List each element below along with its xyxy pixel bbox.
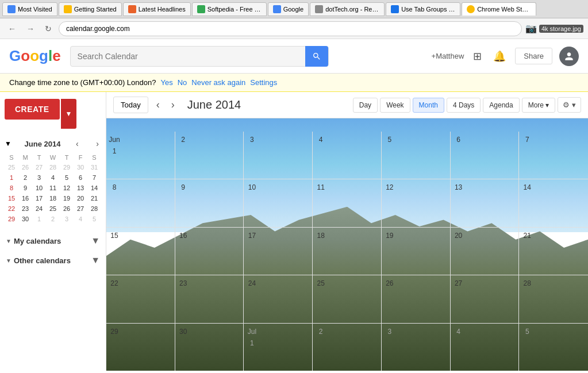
mini-cal-day[interactable]: 16 <box>18 193 32 203</box>
other-calendars-header[interactable]: ▼ Other calendars ▼ <box>5 253 101 268</box>
mini-cal-day[interactable]: 7 <box>87 172 101 183</box>
mini-cal-day[interactable]: 5 <box>60 172 74 183</box>
mini-cal-day[interactable]: 4 <box>74 214 87 224</box>
mini-cal-day[interactable]: 23 <box>18 203 32 214</box>
month-cell[interactable]: 25 <box>313 275 382 322</box>
view-more-button[interactable]: More ▾ <box>522 98 556 113</box>
month-cell[interactable]: 13 <box>451 179 520 226</box>
tab-chrome-web-store[interactable]: Chrome Web Store - P... <box>462 2 536 16</box>
month-cell[interactable]: 28 <box>519 275 588 322</box>
my-calendars-add-button[interactable]: ▼ <box>91 236 100 246</box>
month-cell[interactable]: 6 <box>451 132 520 179</box>
mini-cal-day[interactable]: 5 <box>87 214 101 224</box>
tab-dottech[interactable]: dotTech.org - Reviews... <box>310 2 385 16</box>
share-button[interactable]: Share <box>515 48 552 64</box>
month-cell[interactable]: 18 <box>313 228 382 275</box>
month-cell[interactable]: 2 <box>313 324 382 371</box>
month-cell[interactable]: 20 <box>451 228 520 275</box>
calendar-prev-button[interactable]: ‹ <box>153 97 163 113</box>
forward-button[interactable]: → <box>23 22 38 36</box>
my-calendars-header[interactable]: ▼ My calendars ▼ <box>5 233 101 248</box>
view-4days-button[interactable]: 4 Days <box>447 98 481 113</box>
calendar-next-button[interactable]: › <box>168 97 178 113</box>
view-week-button[interactable]: Week <box>380 98 410 113</box>
mini-cal-day[interactable]: 11 <box>46 183 60 193</box>
mini-cal-next[interactable]: › <box>94 138 101 149</box>
month-cell[interactable]: 7 <box>519 132 588 179</box>
tz-no-link[interactable]: No <box>178 78 187 87</box>
month-cell[interactable]: 4 <box>313 132 382 179</box>
search-bar[interactable] <box>70 46 329 67</box>
mini-cal-day[interactable]: 22 <box>5 203 18 214</box>
mini-cal-day[interactable]: 9 <box>18 183 32 193</box>
tab-getting-started[interactable]: Getting Started <box>59 2 122 16</box>
mini-cal-prev[interactable]: ‹ <box>74 138 81 149</box>
search-input[interactable] <box>71 52 305 61</box>
mini-cal-day[interactable]: 10 <box>32 183 46 193</box>
mini-cal-title[interactable]: June 2014 <box>25 140 61 148</box>
month-cell[interactable]: 29 <box>106 324 175 371</box>
search-button[interactable] <box>305 46 328 67</box>
create-button[interactable]: CREATE <box>5 99 60 120</box>
mini-cal-day[interactable]: 28 <box>87 203 101 214</box>
month-cell[interactable]: 9 <box>175 179 244 226</box>
tz-yes-link[interactable]: Yes <box>160 78 172 87</box>
mini-cal-day[interactable]: 21 <box>87 193 101 203</box>
mini-cal-day[interactable]: 6 <box>74 172 87 183</box>
month-cell[interactable]: 23 <box>175 275 244 322</box>
tab-latest-headlines[interactable]: Latest Headlines <box>123 2 191 16</box>
mini-cal-day[interactable]: 25 <box>46 203 60 214</box>
username-label[interactable]: +Matthew <box>432 52 464 60</box>
tz-never-link[interactable]: Never ask again <box>191 78 245 87</box>
month-cell[interactable]: 5 <box>519 324 588 371</box>
mini-cal-day[interactable]: 1 <box>32 214 46 224</box>
back-button[interactable]: ← <box>5 22 20 36</box>
mini-cal-day[interactable]: 28 <box>46 162 60 172</box>
notifications-button[interactable]: 🔔 <box>491 48 508 65</box>
refresh-button[interactable]: ↻ <box>41 22 55 36</box>
mini-cal-day[interactable]: 1 <box>5 172 18 183</box>
mini-cal-day[interactable]: 17 <box>32 193 46 203</box>
tab-most-visited[interactable]: Most Visited <box>2 2 57 16</box>
mini-cal-day[interactable]: 25 <box>5 162 18 172</box>
tab-tab-groups[interactable]: Use Tab Groups to org... <box>386 2 460 16</box>
month-cell[interactable]: Jun 1 <box>106 132 175 179</box>
create-dropdown-button[interactable]: ▼ <box>61 99 77 129</box>
mini-cal-day[interactable]: 3 <box>60 214 74 224</box>
month-cell[interactable]: 14 <box>519 179 588 226</box>
month-cell[interactable]: 26 <box>382 275 451 322</box>
mini-cal-day[interactable]: 26 <box>60 203 74 214</box>
other-calendars-add-button[interactable]: ▼ <box>91 255 100 266</box>
mini-cal-day[interactable]: 29 <box>60 162 74 172</box>
mini-cal-collapse-icon[interactable]: ▼ <box>5 140 11 148</box>
month-cell[interactable]: 19 <box>382 228 451 275</box>
month-cell[interactable]: 2 <box>175 132 244 179</box>
month-cell[interactable]: 30 <box>175 324 244 371</box>
month-cell[interactable]: 24 <box>244 275 313 322</box>
mini-cal-day[interactable]: 4 <box>46 172 60 183</box>
month-cell[interactable]: 8 <box>106 179 175 226</box>
month-cell[interactable]: 17 <box>244 228 313 275</box>
apps-grid-button[interactable]: ⊞ <box>471 48 484 65</box>
mini-cal-day[interactable]: 8 <box>5 183 18 193</box>
month-cell[interactable]: 10 <box>244 179 313 226</box>
month-cell[interactable]: 5 <box>382 132 451 179</box>
month-cell[interactable]: 3 <box>244 132 313 179</box>
month-cell[interactable]: 22 <box>106 275 175 322</box>
month-cell[interactable]: 12 <box>382 179 451 226</box>
tab-google[interactable]: Google <box>268 2 309 16</box>
mini-cal-day[interactable]: 31 <box>87 162 101 172</box>
month-cell[interactable]: 16 <box>175 228 244 275</box>
avatar[interactable] <box>559 47 579 66</box>
month-cell[interactable]: 4 <box>451 324 520 371</box>
view-day-button[interactable]: Day <box>353 98 378 113</box>
mini-cal-day[interactable]: 13 <box>74 183 87 193</box>
today-button[interactable]: Today <box>113 97 148 113</box>
view-month-button[interactable]: Month <box>413 98 444 113</box>
month-cell[interactable]: Jul 1 <box>244 324 313 371</box>
tz-settings-link[interactable]: Settings <box>250 78 277 87</box>
month-cell[interactable]: 3 <box>382 324 451 371</box>
mini-cal-day[interactable]: 14 <box>87 183 101 193</box>
view-agenda-button[interactable]: Agenda <box>483 98 519 113</box>
mini-cal-day[interactable]: 3 <box>32 172 46 183</box>
